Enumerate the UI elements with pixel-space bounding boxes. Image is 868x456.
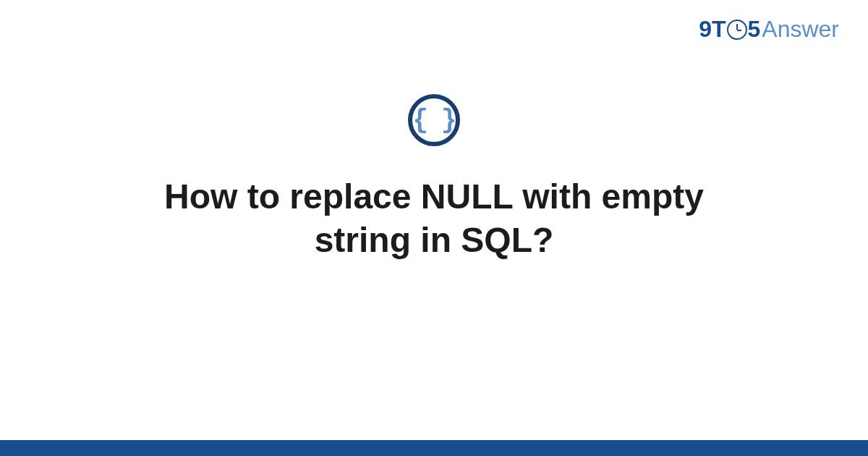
main-content: { } How to replace NULL with empty strin… — [0, 94, 868, 262]
question-title: How to replace NULL with empty string in… — [109, 175, 760, 262]
braces-glyph: { } — [413, 106, 456, 135]
brand-logo: 9T 5 Answer — [699, 16, 839, 43]
brand-text-5: 5 — [748, 16, 761, 43]
brand-text-9t: 9T — [699, 16, 726, 43]
brand-text-answer: Answer — [762, 16, 839, 43]
clock-icon — [727, 20, 747, 40]
code-braces-icon: { } — [408, 94, 460, 146]
footer-accent-bar — [0, 440, 868, 456]
